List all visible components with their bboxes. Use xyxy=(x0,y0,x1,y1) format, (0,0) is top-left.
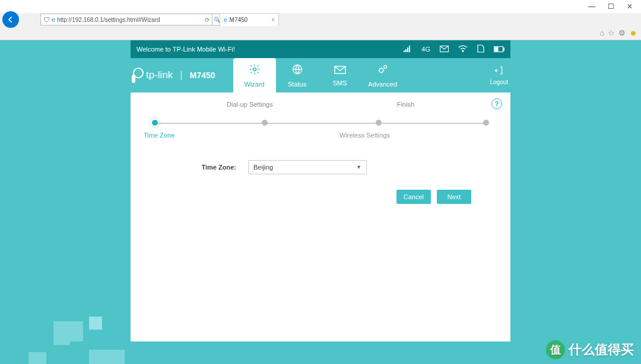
tplink-logo-icon xyxy=(132,68,142,83)
home-icon[interactable]: ⌂ xyxy=(599,28,604,37)
tab-title: M7450 xyxy=(230,17,248,23)
envelope-icon xyxy=(334,65,346,77)
welcome-text: Welcome to TP-Link Mobile Wi-Fi! xyxy=(137,46,235,53)
welcome-bar: Welcome to TP-Link Mobile Wi-Fi! 4G xyxy=(131,40,510,58)
battery-icon xyxy=(494,45,504,54)
help-icon[interactable]: ? xyxy=(491,98,502,109)
decoration-square xyxy=(28,352,46,364)
svg-rect-8 xyxy=(495,47,498,51)
nav-status-tab[interactable]: Status xyxy=(276,58,319,92)
window-close-button[interactable]: ✕ xyxy=(623,2,636,11)
wizard-stepper xyxy=(147,120,494,128)
chevron-down-icon: ▼ xyxy=(356,164,361,170)
window-minimize-button[interactable]: — xyxy=(585,2,598,11)
crumb-finish: Finish xyxy=(397,101,414,108)
step-dot-3 xyxy=(376,120,382,126)
signal-icon xyxy=(404,45,412,54)
next-button[interactable]: Next xyxy=(437,190,471,204)
step-dot-4 xyxy=(483,120,489,126)
svg-point-12 xyxy=(379,68,383,72)
refresh-state-icon: ⟳ xyxy=(205,17,210,23)
browser-back-button[interactable] xyxy=(2,11,19,28)
brand-name: tp-link xyxy=(146,69,173,81)
timezone-label: Time Zone: xyxy=(195,164,236,171)
decoration-square xyxy=(89,317,102,330)
svg-rect-1 xyxy=(405,49,407,52)
app-header: tp-link | M7450 Wizard Status SM xyxy=(131,58,510,92)
watermark: 值 什么值得买 xyxy=(546,340,634,359)
nav-sms-tab[interactable]: SMS xyxy=(319,58,361,92)
wizard-panel: ? Dial-up Settings Finish Time Zone Wire… xyxy=(131,92,510,341)
favorites-icon[interactable]: ☆ xyxy=(608,28,615,37)
sim-status-icon xyxy=(477,44,484,55)
logout-icon xyxy=(494,66,504,78)
svg-point-5 xyxy=(462,50,464,52)
browser-tab[interactable]: e M7450 × xyxy=(220,13,279,26)
nav-advanced-tab[interactable]: Advanced xyxy=(361,58,404,92)
nav-wizard-tab[interactable]: Wizard xyxy=(233,58,276,92)
svg-point-9 xyxy=(253,68,256,71)
gears-icon xyxy=(376,63,389,78)
decoration-square xyxy=(89,350,125,364)
svg-point-13 xyxy=(383,65,386,68)
step-dot-1 xyxy=(152,120,158,126)
page-body: Welcome to TP-Link Mobile Wi-Fi! 4G tp-l… xyxy=(0,40,641,364)
crumb-dialup: Dial-up Settings xyxy=(227,101,273,108)
ie-tab-icon: e xyxy=(224,17,227,23)
sms-status-icon xyxy=(440,45,449,54)
timezone-select[interactable]: Beijing ▼ xyxy=(248,160,367,174)
wifi-status-icon xyxy=(458,45,468,54)
tab-close-icon[interactable]: × xyxy=(271,17,275,23)
decoration-square xyxy=(70,341,87,350)
brand-block: tp-link | M7450 xyxy=(131,68,215,83)
security-shield-icon: 🛡 xyxy=(43,16,50,23)
watermark-badge-icon: 值 xyxy=(546,340,565,359)
smiley-icon[interactable]: ☻ xyxy=(629,28,637,37)
globe-icon xyxy=(291,63,303,78)
device-model: M7450 xyxy=(190,71,215,80)
browser-right-icons: ⌂ ☆ ⚙ ☻ xyxy=(599,26,637,39)
address-bar[interactable]: 🛡 e http://192.168.0.1/settings.html#Wiz… xyxy=(40,14,212,25)
step-label-wireless: Wireless Settings xyxy=(320,132,409,139)
svg-rect-3 xyxy=(409,46,410,52)
svg-rect-2 xyxy=(407,47,408,52)
gear-icon xyxy=(249,63,261,78)
ie-page-icon: e xyxy=(52,16,55,23)
tools-gear-icon[interactable]: ⚙ xyxy=(618,28,626,37)
window-maximize-button[interactable]: ☐ xyxy=(604,2,617,11)
logout-button[interactable]: Logout xyxy=(490,66,510,85)
step-dot-2 xyxy=(262,120,268,126)
cancel-button[interactable]: Cancel xyxy=(396,190,431,204)
timezone-value: Beijing xyxy=(253,164,273,171)
svg-rect-7 xyxy=(503,48,504,50)
url-text: http://192.168.0.1/settings.html#Wizard xyxy=(57,17,160,23)
browser-toolbar: 🛡 e http://192.168.0.1/settings.html#Wiz… xyxy=(0,13,641,40)
network-type-label: 4G xyxy=(421,46,430,53)
svg-rect-0 xyxy=(404,50,405,52)
window-title-bar: — ☐ ✕ xyxy=(0,0,641,13)
